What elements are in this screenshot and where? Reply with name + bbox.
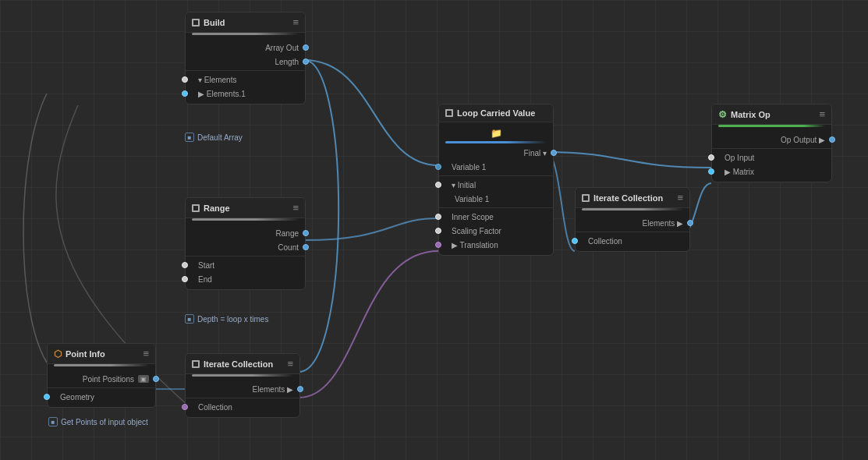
build-node-header: Build ≡ — [186, 12, 305, 33]
loop-carried-final-label: Final ▾ — [524, 149, 547, 157]
build-elements1-row: ▶ Elements.1 — [186, 87, 305, 101]
point-info-body: Point Positions ▣ Geometry — [48, 369, 155, 407]
matrix-op-menu[interactable]: ≡ — [819, 108, 825, 120]
range-start-port[interactable] — [182, 262, 188, 268]
iterate-bottom-bar — [192, 374, 293, 377]
build-array-out-row: Array Out — [186, 41, 305, 55]
matrix-op-bar — [718, 125, 825, 127]
loop-carried-translation-row: ▶ Translation — [439, 238, 553, 252]
loop-carried-var1-label: Variable 1 — [452, 163, 486, 172]
loop-carried-folder-row: 📁 — [439, 126, 553, 141]
iterate-top-title: Iterate Collection — [593, 193, 663, 203]
loop-carried-scaling-port[interactable] — [435, 228, 441, 234]
iterate-bottom-menu[interactable]: ≡ — [287, 358, 293, 370]
build-elements-label: ▾ Elements — [198, 76, 236, 84]
loop-carried-var1-port[interactable] — [435, 164, 441, 170]
depth-text: Depth = loop x times — [197, 315, 268, 324]
default-array-text: Default Array — [197, 133, 243, 142]
iterate-top-menu[interactable]: ≡ — [677, 192, 683, 203]
loop-carried-translation-port[interactable] — [435, 242, 441, 248]
loop-carried-node: Loop Carried Value 📁 Final ▾ Variable 1 … — [438, 104, 554, 256]
build-array-out-label: Array Out — [265, 44, 299, 52]
range-range-row: Range — [186, 226, 305, 240]
matrix-op-matrix-label: ▶ Matrix — [725, 168, 754, 176]
matrix-op-title: Matrix Op — [731, 110, 771, 119]
matrix-op-output-port[interactable] — [829, 136, 835, 143]
iterate-top-bar — [582, 208, 683, 211]
loop-carried-initial-label: ▾ Initial — [452, 181, 476, 189]
build-length-port[interactable] — [303, 58, 309, 65]
loop-carried-inner-port[interactable] — [435, 214, 441, 220]
range-bar — [192, 218, 299, 221]
iterate-bottom-collection-label: Collection — [198, 403, 232, 412]
range-start-label: Start — [198, 261, 214, 270]
range-menu-icon[interactable]: ≡ — [292, 202, 299, 214]
iterate-top-collection-port[interactable] — [572, 238, 578, 244]
loop-carried-title: Loop Carried Value — [457, 108, 535, 118]
point-info-type-badge: ▣ — [138, 375, 149, 383]
iterate-bottom-collection-port[interactable] — [182, 404, 188, 410]
iterate-collection-top-node: Iterate Collection ≡ Elements ▶ Collecti… — [575, 187, 690, 252]
range-count-port[interactable] — [303, 244, 309, 250]
point-info-icon: ⬡ — [54, 349, 62, 359]
loop-carried-translation-label: ▶ Translation — [452, 241, 498, 249]
range-count-row: Count — [186, 240, 305, 254]
build-elements1-port[interactable] — [182, 90, 188, 97]
loop-carried-header: Loop Carried Value — [439, 104, 553, 122]
loop-carried-final-port[interactable] — [551, 150, 557, 156]
range-end-row: End — [186, 272, 305, 286]
build-bar — [192, 33, 299, 35]
loop-carried-folder-icon: 📁 — [491, 128, 502, 139]
point-info-menu[interactable]: ≡ — [143, 348, 149, 359]
build-title: Build — [204, 18, 225, 27]
range-end-label: End — [198, 275, 212, 284]
loop-carried-inner-label: Inner Scope — [452, 213, 494, 221]
loop-carried-bar — [445, 141, 547, 143]
iterate-top-icon — [582, 194, 590, 202]
matrix-op-icon: ⚙ — [718, 109, 727, 120]
build-elements-port[interactable] — [182, 76, 188, 83]
iterate-bottom-collection-row: Collection — [186, 400, 299, 414]
point-info-geometry-label: Geometry — [60, 393, 94, 402]
point-info-title: Point Info — [66, 349, 105, 359]
iterate-top-elements-port[interactable] — [687, 220, 693, 226]
point-info-geometry-port[interactable] — [44, 394, 50, 400]
point-info-positions-port[interactable] — [153, 376, 159, 382]
default-array-icon: ■ — [185, 133, 194, 142]
range-range-port[interactable] — [303, 230, 309, 236]
iterate-top-collection-label: Collection — [588, 237, 622, 246]
matrix-op-matrix-port[interactable] — [708, 168, 714, 175]
loop-carried-scaling-row: Scaling Factor — [439, 224, 553, 238]
iterate-bottom-title: Iterate Collection — [204, 359, 273, 369]
loop-carried-initial-row: ▾ Initial — [439, 178, 553, 192]
loop-carried-initial-port[interactable] — [435, 182, 441, 188]
point-info-positions-row: Point Positions ▣ — [48, 372, 155, 386]
build-node: Build ≡ Array Out Length ▾ Elements ▶ El… — [185, 12, 306, 104]
loop-carried-final-row: Final ▾ — [439, 146, 553, 160]
depth-annotation: ■ Depth = loop x times — [185, 314, 268, 324]
range-end-port[interactable] — [182, 276, 188, 282]
point-info-bar — [54, 364, 149, 366]
point-info-node: ⬡ Point Info ≡ Point Positions ▣ Geometr… — [47, 343, 156, 408]
depth-icon: ■ — [185, 314, 194, 324]
matrix-op-output-label: Op Output ▶ — [781, 136, 825, 144]
range-header: Range ≡ — [186, 198, 305, 218]
build-menu-icon[interactable]: ≡ — [292, 16, 299, 28]
iterate-bottom-elements-port[interactable] — [297, 386, 303, 392]
iterate-top-elements-label: Elements ▶ — [643, 219, 683, 228]
iterate-bottom-body: Elements ▶ Collection — [186, 379, 299, 417]
matrix-op-input-port[interactable] — [708, 154, 714, 161]
build-array-out-port[interactable] — [303, 44, 309, 51]
matrix-op-input-row: Op Input — [712, 150, 831, 165]
iterate-top-header: Iterate Collection ≡ — [576, 188, 689, 208]
iterate-top-body: Elements ▶ Collection — [576, 213, 689, 251]
iterate-bottom-icon — [192, 360, 200, 368]
iterate-top-collection-row: Collection — [576, 234, 689, 248]
range-title: Range — [204, 203, 230, 213]
matrix-op-output-row: Op Output ▶ — [712, 133, 831, 147]
iterate-bottom-elements-label: Elements ▶ — [253, 385, 293, 394]
matrix-op-header: ⚙ Matrix Op ≡ — [712, 104, 831, 125]
point-info-positions-label: Point Positions — [83, 375, 134, 384]
range-body: Range Count Start End — [186, 223, 305, 289]
iterate-collection-bottom-node: Iterate Collection ≡ Elements ▶ Collecti… — [185, 353, 300, 418]
